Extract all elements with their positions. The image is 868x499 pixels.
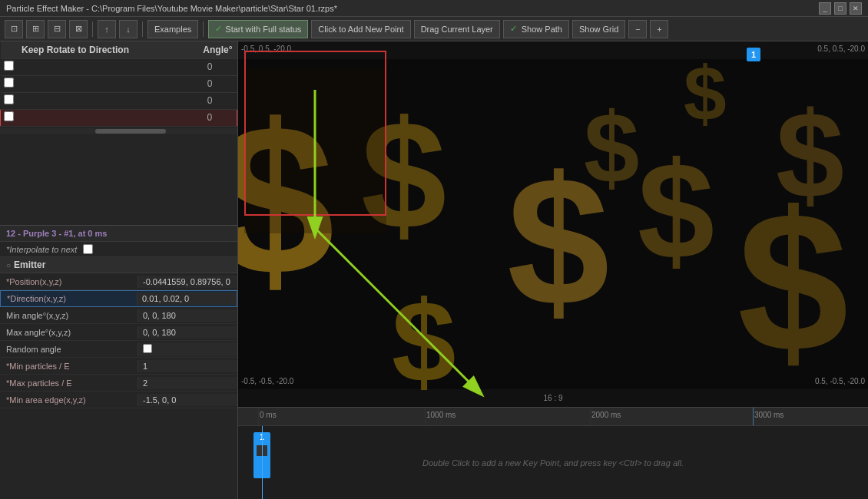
horizontal-scrollbar[interactable] — [95, 129, 167, 134]
randomangle-value — [137, 342, 237, 356]
svg-text:$: $ — [684, 51, 727, 137]
maxparticles-value: 2 — [137, 377, 237, 389]
timeline-header: 0 ms 1000 ms 2000 ms 3000 ms — [238, 408, 868, 426]
table-header-row: Keep Rotate to Direction Angle° — [1, 41, 237, 58]
toolbar-separator-2 — [142, 21, 143, 37]
table-row-highlighted: 0 — [1, 109, 237, 126]
table-row: 0 — [1, 75, 237, 92]
interpolate-label: *Interpolate to next — [6, 245, 77, 254]
move-down-button[interactable]: ↓ — [119, 20, 137, 38]
toolbar-separator-1 — [92, 21, 93, 37]
canvas-background: $ $ $ $ $ $ $ $ $ — [238, 41, 868, 407]
row2-label — [17, 75, 182, 92]
emitter-toggle[interactable]: ○ — [6, 261, 11, 269]
prop-maxangle-row[interactable]: Max angle°(x,y,z) 0, 0, 180 — [0, 324, 237, 341]
timeline-content[interactable]: Double Click to add a new Key Point, and… — [238, 426, 868, 499]
left-panel: Keep Rotate to Direction Angle° 0 0 0 — [0, 41, 238, 499]
tick-2000 — [590, 408, 591, 425]
close-button[interactable]: ✕ — [850, 2, 862, 15]
timeline-area: 0 ms 1000 ms 2000 ms 3000 ms Double Clic… — [238, 407, 868, 499]
timeline-marker-1000ms: 1000 ms — [426, 411, 456, 419]
row3-label — [17, 92, 182, 109]
checkmark-icon: ✓ — [215, 24, 222, 34]
drag-layer-button[interactable]: Drag Current Layer — [414, 20, 500, 38]
title-text: Particle Effect Maker - C:\Program Files… — [6, 4, 337, 13]
toolbar-icon-1[interactable]: ⊡ — [5, 20, 23, 38]
minangle-value: 0, 0, 180 — [137, 309, 237, 322]
random-angle-checkbox[interactable] — [143, 344, 152, 353]
header-checkbox-col — [1, 41, 18, 58]
svg-text:$: $ — [638, 134, 714, 288]
maxangle-label: Max angle°(x,y,z) — [0, 326, 137, 339]
restore-button[interactable]: □ — [834, 2, 846, 15]
show-grid-button[interactable]: Show Grid — [572, 20, 625, 38]
start-full-status-button[interactable]: ✓ Start with Full status — [208, 20, 308, 38]
row1-value: 0 — [182, 58, 237, 75]
toolbar-separator-3 — [203, 21, 204, 37]
toolbar-icon-2[interactable]: ⊞ — [26, 20, 45, 38]
minarea-label: *Min area edge(x,y,z) — [0, 394, 137, 406]
tick-1000 — [425, 408, 426, 425]
angle-header: Angle° — [182, 41, 237, 58]
minimize-button[interactable]: _ — [819, 2, 831, 15]
rotation-table-area: Keep Rotate to Direction Angle° 0 0 0 — [0, 41, 237, 226]
start-full-label: Start with Full status — [225, 25, 301, 34]
svg-text:$: $ — [392, 277, 456, 406]
minarea-value: -1.5, 0, 0 — [137, 394, 237, 406]
properties-area: 12 - Purple 3 - #1, at 0 ms *Interpolate… — [0, 226, 237, 499]
toolbar-icon-4[interactable]: ⊠ — [69, 20, 88, 38]
svg-text:$: $ — [584, 91, 639, 203]
svg-rect-10 — [244, 68, 386, 233]
row4-checkbox[interactable] — [4, 111, 14, 121]
position-label: *Position(x,y,z) — [0, 276, 137, 288]
point-badge: 1 — [747, 48, 760, 61]
direction-label: *Direction(x,y,z) — [1, 292, 137, 305]
row1-label — [17, 58, 182, 75]
prop-position-row[interactable]: *Position(x,y,z) -0.0441559, 0.89756, 0 — [0, 273, 237, 290]
examples-button[interactable]: Examples — [147, 20, 198, 38]
row4-value: 0 — [182, 109, 237, 126]
move-up-button[interactable]: ↑ — [98, 20, 116, 38]
minparticles-label: *Min particles / E — [0, 360, 137, 372]
timeline-marker-2000ms: 2000 ms — [591, 411, 621, 419]
zoom-minus-button[interactable]: − — [628, 20, 647, 38]
canvas-area: $ $ $ $ $ $ $ $ $ -0.5, 0.5, -20.0 0.5, … — [238, 41, 868, 499]
minangle-label: Min angle°(x,y,z) — [0, 309, 137, 322]
prop-maxparticles-row[interactable]: *Max particles / E 2 — [0, 375, 237, 392]
maxparticles-label: *Max particles / E — [0, 377, 137, 389]
timeline-marker-0ms: 0 ms — [260, 411, 277, 419]
randomangle-label: Random angle — [0, 343, 137, 355]
emitter-label: Emitter — [14, 259, 45, 270]
timeline-marker-3000ms: 3000 ms — [754, 411, 784, 419]
table-row: 0 — [1, 58, 237, 75]
keep-rotate-header: Keep Rotate to Direction — [17, 41, 182, 58]
row2-value: 0 — [182, 75, 237, 92]
position-value: -0.0441559, 0.89756, 0 — [137, 276, 237, 288]
maxangle-value: 0, 0, 180 — [137, 326, 237, 339]
row2-checkbox[interactable] — [4, 78, 14, 88]
row3-checkbox[interactable] — [4, 94, 14, 104]
show-path-button[interactable]: Show Path — [503, 20, 569, 38]
prop-minarea-row[interactable]: *Min area edge(x,y,z) -1.5, 0, 0 — [0, 392, 237, 408]
add-point-button[interactable]: Click to Add New Point — [311, 20, 410, 38]
canvas-viewport[interactable]: $ $ $ $ $ $ $ $ $ -0.5, 0.5, -20.0 0.5, … — [238, 41, 868, 407]
zoom-plus-button[interactable]: + — [650, 20, 668, 38]
interpolate-checkbox[interactable] — [83, 244, 93, 254]
prop-minangle-row[interactable]: Min angle°(x,y,z) 0, 0, 180 — [0, 307, 237, 324]
prop-randomangle-row[interactable]: Random angle — [0, 341, 237, 358]
interpolate-row: *Interpolate to next — [0, 242, 237, 257]
prop-direction-row[interactable]: *Direction(x,y,z) 0.01, 0.02, 0 — [0, 290, 237, 307]
canvas-label-br: 0.5, -0.5, -20.0 — [815, 377, 865, 385]
canvas-label-tr: 0.5, 0.5, -20.0 — [817, 45, 865, 53]
tick-3000 — [753, 408, 754, 425]
minparticles-value: 1 — [137, 360, 237, 372]
canvas-label-center: 16 : 9 — [543, 394, 562, 402]
toolbar-icon-3[interactable]: ⊟ — [48, 20, 66, 38]
row3-value: 0 — [182, 92, 237, 109]
section-title-text: 12 - Purple 3 - #1, at 0 ms — [6, 229, 107, 238]
window-controls: _ □ ✕ — [819, 2, 862, 15]
row1-checkbox[interactable] — [4, 61, 14, 71]
canvas-label-tl: -0.5, 0.5, -20.0 — [241, 45, 291, 53]
direction-value: 0.01, 0.02, 0 — [137, 292, 237, 305]
prop-minparticles-row[interactable]: *Min particles / E 1 — [0, 358, 237, 375]
